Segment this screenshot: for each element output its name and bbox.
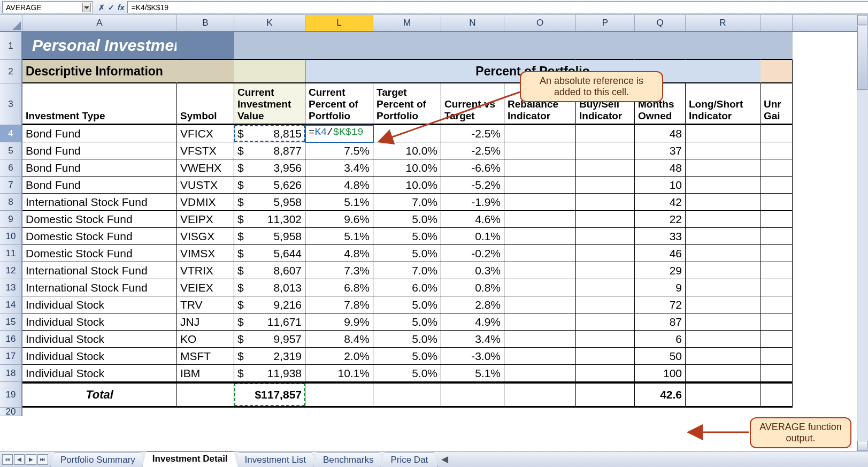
cell-B7[interactable]: VUSTX [177,177,234,194]
cell-S16[interactable] [761,331,793,348]
cell-B11[interactable]: VIMSX [177,245,234,262]
cell-S17[interactable] [761,348,793,365]
cell-K9[interactable]: $11,302 [234,211,305,228]
cell-O12[interactable] [504,262,576,279]
cell-K7[interactable]: $5,626 [234,177,305,194]
cell-O11[interactable] [504,245,576,262]
cell-L6[interactable]: 3.4% [305,159,373,177]
cell-P13[interactable] [576,279,635,296]
cell-Q11[interactable]: 46 [635,245,686,262]
cell-A14[interactable]: Individual Stock [22,296,177,313]
row-header-4[interactable]: 4 [0,125,22,142]
cell-B5[interactable]: VFSTX [177,142,234,159]
tab-nav-prev-icon[interactable]: ◀ [14,454,25,465]
row-header-13[interactable]: 13 [0,279,22,296]
col-header-B[interactable]: B [177,15,234,31]
row-header-14[interactable]: 14 [0,296,22,313]
row-header-8[interactable]: 8 [0,194,22,211]
cell-Q6[interactable]: 48 [635,159,686,177]
col-header-R[interactable]: R [686,15,761,31]
cell-L12[interactable]: 7.3% [305,262,373,279]
row-header-2[interactable]: 2 [0,60,22,83]
cell-N10[interactable]: 0.1% [441,228,504,245]
cell-N18[interactable]: 5.1% [441,365,504,382]
cell-O8[interactable] [504,194,576,211]
cell-P16[interactable] [576,331,635,348]
cell-A8[interactable]: International Stock Fund [22,194,177,211]
cell-R11[interactable] [686,245,761,262]
cell-P7[interactable] [576,177,635,194]
scroll-thumb[interactable] [857,26,867,90]
fx-icon[interactable]: fx [118,3,124,12]
cell-M16[interactable]: 5.0% [373,331,441,348]
cell-Q13[interactable]: 9 [635,279,686,296]
cell-M11[interactable]: 5.0% [373,245,441,262]
cell-B13[interactable]: VEIEX [177,279,234,296]
cell-K15[interactable]: $11,671 [234,313,305,331]
cell-M6[interactable]: 10.0% [373,159,441,177]
row-header-12[interactable]: 12 [0,262,22,279]
cell-K14[interactable]: $9,216 [234,296,305,313]
cell-N8[interactable]: -1.9% [441,194,504,211]
row-header-9[interactable]: 9 [0,211,22,228]
cell-L14[interactable]: 7.8% [305,296,373,313]
cell-A9[interactable]: Domestic Stock Fund [22,211,177,228]
cell-R5[interactable] [686,142,761,159]
total-N[interactable] [441,382,504,408]
total-K[interactable]: $117,857 [234,382,305,408]
cell-P11[interactable] [576,245,635,262]
cell-Q8[interactable]: 42 [635,194,686,211]
total-P[interactable] [576,382,635,408]
total-O[interactable] [504,382,576,408]
cell-P6[interactable] [576,159,635,177]
row-header-15[interactable]: 15 [0,313,22,331]
cell-L9[interactable]: 9.6% [305,211,373,228]
cell-R7[interactable] [686,177,761,194]
row-header-11[interactable]: 11 [0,245,22,262]
cell-O18[interactable] [504,365,576,382]
cell-K11[interactable]: $5,644 [234,245,305,262]
cell-Q15[interactable]: 87 [635,313,686,331]
row-header-10[interactable]: 10 [0,228,22,245]
cell-R13[interactable] [686,279,761,296]
cell-A12[interactable]: International Stock Fund [22,262,177,279]
cell-S12[interactable] [761,262,793,279]
vertical-scrollbar[interactable] [857,15,868,451]
cell-R6[interactable] [686,159,761,177]
cell-S9[interactable] [761,211,793,228]
cell-M15[interactable]: 5.0% [373,313,441,331]
row-header-17[interactable]: 17 [0,348,22,365]
cell-S11[interactable] [761,245,793,262]
row-header-1[interactable]: 1 [0,32,22,60]
cell-L13[interactable]: 6.8% [305,279,373,296]
cell-S15[interactable] [761,313,793,331]
cell-B18[interactable]: IBM [177,365,234,382]
name-box[interactable]: AVERAGE [2,1,93,13]
total-S[interactable] [761,382,793,408]
cell-O17[interactable] [504,348,576,365]
cell-P17[interactable] [576,348,635,365]
cell-R12[interactable] [686,262,761,279]
cell-P12[interactable] [576,262,635,279]
cell-M7[interactable]: 10.0% [373,177,441,194]
scroll-up-button[interactable] [857,15,867,25]
cell-K12[interactable]: $8,607 [234,262,305,279]
cell-S4[interactable] [761,125,793,142]
cell-N14[interactable]: 2.8% [441,296,504,313]
scroll-down-button[interactable] [857,441,867,451]
cell-O6[interactable] [504,159,576,177]
cell-K10[interactable]: $5,958 [234,228,305,245]
cell-Q9[interactable]: 22 [635,211,686,228]
cell-A16[interactable]: Individual Stock [22,331,177,348]
cell-L7[interactable]: 4.8% [305,177,373,194]
cell-R4[interactable] [686,125,761,142]
cell-P4[interactable] [576,125,635,142]
cell-P18[interactable] [576,365,635,382]
cell-K17[interactable]: $2,319 [234,348,305,365]
cell-K13[interactable]: $8,013 [234,279,305,296]
cell-Q12[interactable]: 29 [635,262,686,279]
row-header-6[interactable]: 6 [0,159,22,177]
tab-nav-next-icon[interactable]: ▶ [26,454,36,465]
select-all-corner[interactable] [0,15,22,31]
cell-M8[interactable]: 7.0% [373,194,441,211]
